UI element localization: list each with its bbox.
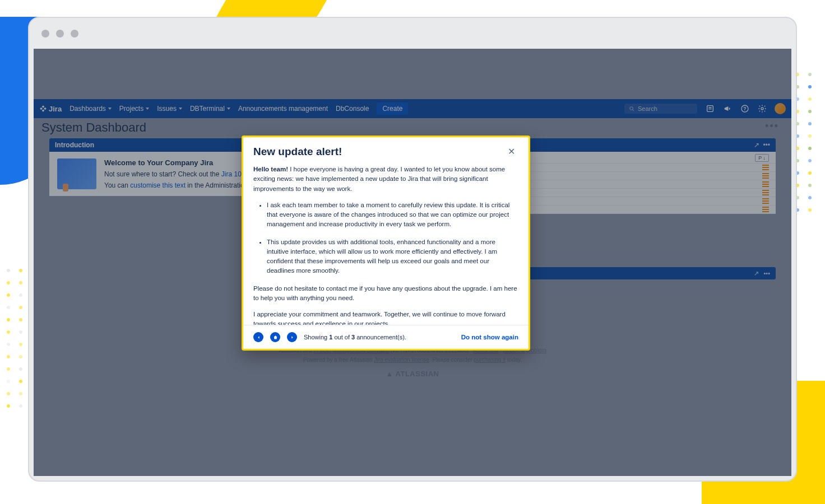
window-button xyxy=(41,30,49,38)
do-not-show-again-link[interactable]: Do not show again xyxy=(461,334,518,340)
browser-titlebar xyxy=(29,18,796,49)
next-announcement-button[interactable] xyxy=(287,332,297,342)
home-announcement-button[interactable] xyxy=(270,332,280,342)
modal-paragraph: I appreciate your commitment and teamwor… xyxy=(253,310,518,325)
pager-status: Showing 1 out of 3 announcement(s). xyxy=(304,334,406,340)
announcement-modal: New update alert! ✕ Hello team! I hope e… xyxy=(242,136,530,351)
browser-frame: Jira Dashboards Projects Issues DBTermin… xyxy=(28,17,797,482)
prev-announcement-button[interactable] xyxy=(253,332,263,342)
modal-paragraph: Please do not hesitate to contact me if … xyxy=(253,284,518,304)
close-icon[interactable]: ✕ xyxy=(504,145,518,158)
bullet-item: I ask each team member to take a moment … xyxy=(267,200,518,230)
modal-body[interactable]: Hello team! I hope everyone is having a … xyxy=(243,162,529,325)
modal-title: New update alert! xyxy=(253,146,342,158)
window-button xyxy=(56,30,64,38)
viewport: Jira Dashboards Projects Issues DBTermin… xyxy=(34,49,791,476)
bullet-item: This update provides us with additional … xyxy=(267,237,518,276)
window-button xyxy=(71,30,78,38)
